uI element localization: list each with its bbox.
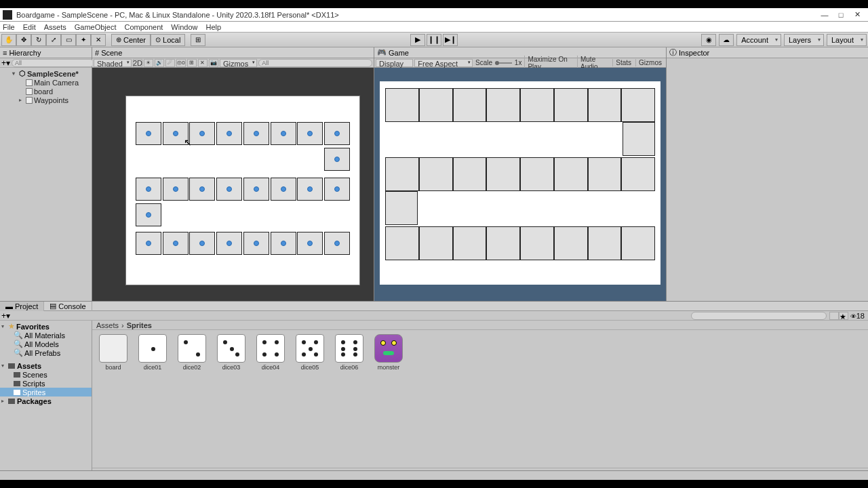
- waypoint-cell[interactable]: [324, 122, 350, 145]
- layout-dropdown[interactable]: Layout: [827, 34, 867, 46]
- waypoint-cell[interactable]: [297, 178, 323, 201]
- folder-item[interactable]: Scenes: [0, 370, 92, 379]
- lighting-toggle[interactable]: ☀: [144, 59, 153, 67]
- custom-tool[interactable]: ✕: [91, 34, 106, 46]
- favorites-root[interactable]: ▾★Favorites: [0, 322, 92, 331]
- asset-item[interactable]: dice03: [214, 334, 248, 371]
- scene-search[interactable]: [258, 59, 372, 67]
- waypoint-cell[interactable]: [136, 232, 161, 255]
- waypoint-cell[interactable]: [136, 178, 161, 201]
- audio-toggle[interactable]: 🔊: [155, 59, 164, 67]
- folder-item[interactable]: Sprites: [0, 388, 92, 396]
- move-tool[interactable]: ✥: [16, 34, 31, 46]
- pause-button[interactable]: ❙❙: [427, 34, 441, 46]
- layers-dropdown[interactable]: Layers: [784, 34, 824, 46]
- filter-button[interactable]: [829, 312, 839, 320]
- hierarchy-item[interactable]: ▸ Waypoints: [0, 96, 92, 104]
- waypoint-cell[interactable]: [216, 232, 242, 255]
- maximize-button[interactable]: □: [833, 9, 849, 21]
- rotate-tool[interactable]: ↻: [31, 34, 46, 46]
- shading-mode[interactable]: Shaded: [94, 59, 132, 67]
- stats-toggle[interactable]: Stats: [612, 59, 634, 66]
- hidden-toggle[interactable]: ◎0: [176, 59, 186, 67]
- waypoint-cell[interactable]: [271, 178, 296, 201]
- pivot-toggle[interactable]: ⊕Center: [111, 34, 151, 46]
- packages-root[interactable]: ▸Packages: [0, 396, 92, 405]
- waypoint-cell[interactable]: [324, 148, 350, 171]
- add-asset-button[interactable]: +▾: [1, 311, 10, 321]
- waypoint-cell[interactable]: [136, 122, 161, 145]
- account-dropdown[interactable]: Account: [736, 34, 781, 46]
- waypoint-cell[interactable]: [136, 203, 161, 226]
- collab-button[interactable]: ◉: [701, 34, 716, 46]
- folder-item[interactable]: Scripts: [0, 379, 92, 388]
- waypoint-cell[interactable]: [324, 232, 350, 255]
- fav-filter-button[interactable]: ★: [839, 312, 848, 320]
- scene-tab[interactable]: # Scene: [92, 47, 374, 58]
- waypoint-cell[interactable]: [243, 178, 269, 201]
- gizmos-dropdown[interactable]: Gizmos: [220, 59, 257, 67]
- 2d-toggle[interactable]: 2D: [133, 59, 142, 67]
- menu-assets[interactable]: Assets: [44, 23, 66, 31]
- hand-tool[interactable]: ✋: [1, 34, 16, 46]
- waypoint-cell[interactable]: [271, 232, 296, 255]
- rect-tool[interactable]: ▭: [61, 34, 76, 46]
- waypoint-cell[interactable]: [297, 122, 323, 145]
- space-toggle[interactable]: ⊙Local: [151, 34, 185, 46]
- game-tab[interactable]: 🎮 Game: [374, 47, 666, 58]
- asset-item[interactable]: dice04: [254, 334, 288, 371]
- project-search[interactable]: [691, 312, 827, 320]
- asset-item[interactable]: monster: [372, 334, 406, 371]
- add-button[interactable]: +▾: [1, 58, 10, 68]
- console-tab[interactable]: ▤ Console: [44, 302, 92, 311]
- close-button[interactable]: ✕: [849, 9, 865, 21]
- scale-slider[interactable]: [495, 62, 512, 64]
- favorite-item[interactable]: 🔍All Prefabs: [0, 348, 92, 357]
- hierarchy-item[interactable]: board: [0, 87, 92, 96]
- asset-item[interactable]: dice05: [293, 334, 327, 371]
- menu-file[interactable]: File: [3, 23, 15, 31]
- cloud-button[interactable]: ☁: [719, 34, 734, 46]
- camera-toggle[interactable]: 📷: [209, 59, 218, 67]
- asset-item[interactable]: dice02: [175, 334, 209, 371]
- menu-window[interactable]: Window: [171, 23, 197, 31]
- waypoint-cell[interactable]: [163, 178, 189, 201]
- scale-tool[interactable]: ⤢: [46, 34, 61, 46]
- minimize-button[interactable]: —: [816, 9, 833, 21]
- waypoint-cell[interactable]: [271, 122, 296, 145]
- scene-root[interactable]: ▾ ⬡ SampleScene*: [0, 69, 92, 78]
- menu-component[interactable]: Component: [124, 23, 163, 31]
- waypoint-cell[interactable]: [189, 122, 215, 145]
- project-tab[interactable]: ▬ Project: [0, 302, 44, 311]
- waypoint-cell[interactable]: [189, 178, 215, 201]
- breadcrumb-item[interactable]: Sprites: [127, 321, 152, 329]
- waypoint-cell[interactable]: [216, 122, 242, 145]
- waypoint-cell[interactable]: [243, 122, 269, 145]
- transform-tool[interactable]: ✦: [76, 34, 91, 46]
- menu-gameobject[interactable]: GameObject: [75, 23, 117, 31]
- waypoint-cell[interactable]: [324, 178, 350, 201]
- waypoint-cell[interactable]: [243, 232, 269, 255]
- game-gizmos[interactable]: Gizmos: [635, 59, 665, 66]
- breadcrumb-item[interactable]: Assets: [96, 321, 119, 329]
- display-select[interactable]: Display 1: [376, 59, 413, 67]
- scene-view[interactable]: ↖: [92, 68, 374, 301]
- step-button[interactable]: ▶❙: [443, 34, 458, 46]
- hierarchy-tab[interactable]: ≡ Hierarchy: [0, 47, 92, 58]
- waypoint-cell[interactable]: [297, 232, 323, 255]
- waypoint-cell[interactable]: [163, 232, 189, 255]
- tool-x[interactable]: ✕: [198, 59, 208, 67]
- asset-item[interactable]: dice01: [136, 334, 170, 371]
- favorite-item[interactable]: 🔍All Models: [0, 340, 92, 348]
- assets-root[interactable]: ▾Assets: [0, 361, 92, 370]
- waypoint-cell[interactable]: [189, 232, 215, 255]
- inspector-tab[interactable]: ⓘ Inspector: [667, 47, 868, 58]
- play-button[interactable]: ▶: [410, 34, 425, 46]
- waypoint-cell[interactable]: [216, 178, 242, 201]
- asset-item[interactable]: dice06: [332, 334, 366, 371]
- fx-toggle[interactable]: ☄: [165, 59, 175, 67]
- menu-edit[interactable]: Edit: [23, 23, 36, 31]
- asset-item[interactable]: board: [96, 334, 130, 371]
- menu-help[interactable]: Help: [205, 23, 221, 31]
- game-view[interactable]: [374, 68, 666, 301]
